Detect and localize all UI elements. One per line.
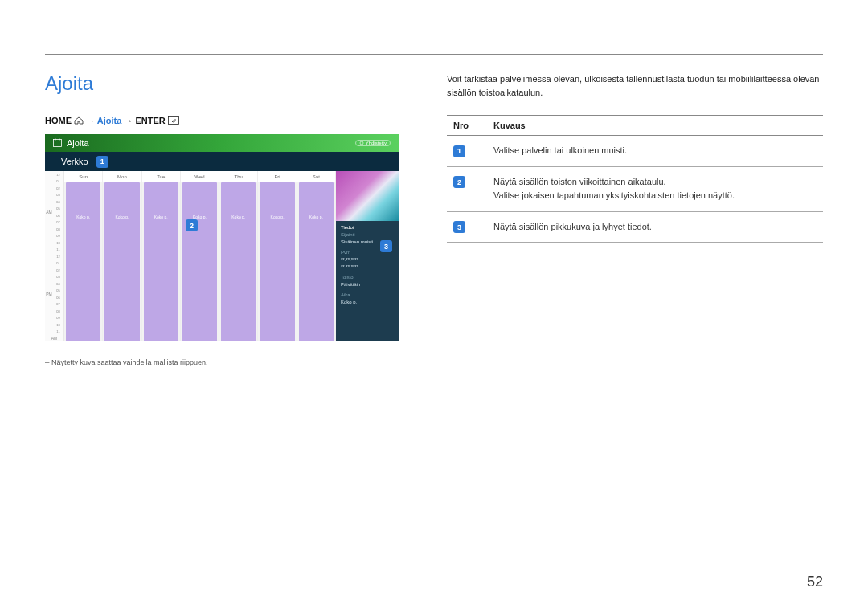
hr: 07 [53,301,63,309]
hr: 08 [53,226,63,233]
hr: 02 [53,267,63,274]
ui-screenshot: Ajoita Yhdistetty Verkko 1 AM 12 01 [45,134,399,341]
event: Koko p. [260,182,294,341]
day-head: Mon [103,171,141,182]
hr: 11 [53,329,63,336]
hr: 10 [53,321,63,329]
day-head: Tue [142,171,181,182]
breadcrumb-home: HOME [45,116,72,125]
day-col: Koko p. [258,182,297,341]
hr: 03 [53,274,63,281]
callout-2: 2 [186,219,198,231]
event: Koko p. [221,182,256,341]
breadcrumb: HOME → Ajoita → ENTER [45,116,399,126]
connected-label: Yhdistetty [366,141,387,145]
enter-icon [168,116,179,126]
row-num: 3 [453,221,465,233]
description-table: Nro Kuvaus 1 Valitse palvelin tai ulkoin… [447,115,823,243]
hr: 12 [53,171,63,178]
top-rule [45,54,823,55]
date-value-1: **.**.**** [341,256,394,264]
ss-grid: Koko p. Koko p. Koko p. Koko p. Koko p. … [64,182,336,341]
left-column: Ajoita HOME → Ajoita → ENTER Ajoita Yhdi… [45,72,399,366]
hr: 12 [53,253,63,260]
ss-detail-panel: Tiedot Sijainti Sisäinen muisti Pvm **.*… [336,171,399,341]
ss-info: Tiedot Sijainti Sisäinen muisti Pvm **.*… [336,221,399,309]
breadcrumb-enter: ENTER [135,116,165,125]
day-col: Koko p. [64,182,103,341]
hr: 10 [53,239,63,247]
hr: 09 [53,233,63,240]
day-col: Koko p. [103,182,141,341]
event: Koko p. [104,182,139,341]
ss-calendar: AM 12 01 02 03 04 05 06 07 08 09 [45,171,336,341]
day-head: Sat [297,171,336,182]
event: Koko p. [299,182,334,341]
th-nro: Nro [447,116,487,136]
connected-badge: Yhdistetty [355,140,391,146]
row-num: 1 [453,145,465,157]
ss-sub-label: Verkko [61,157,88,166]
footnote: ― Näytetty kuva saattaa vaihdella mallis… [45,358,399,366]
time-value: Koko p. [341,299,394,306]
hr: 02 [53,185,63,192]
svg-rect-0 [168,117,178,125]
table-row: 1 Valitse palvelin tai ulkoinen muisti. [447,136,823,167]
breadcrumb-current: Ajoita [97,116,122,125]
ss-time-column: AM 12 01 02 03 04 05 06 07 08 09 [45,171,64,341]
pm-label: PM [45,253,53,335]
event: Koko p. [66,182,100,341]
hr: 05 [53,206,63,213]
hr: 01 [53,178,63,186]
hr: 09 [53,315,63,322]
th-kuvaus: Kuvaus [487,116,823,136]
row-num: 2 [453,176,465,188]
day-head: Fri [258,171,297,182]
day-col: Koko p. [297,182,336,341]
table-row: 3 Näytä sisällön pikkukuva ja lyhyet tie… [447,211,823,243]
loc-label: Sijainti [341,232,355,237]
page-number: 52 [807,574,823,591]
day-col: Koko p. [142,182,181,341]
ss-header: Ajoita Yhdistetty [45,134,399,152]
table-row: 2 Näytä sisällön toiston viikoittainen a… [447,166,823,211]
ss-thumbnail [336,171,399,221]
callout-3: 3 [380,240,392,252]
date-label: Pvm [341,250,350,255]
right-column: Voit tarkistaa palvelimessa olevan, ulko… [447,72,823,243]
event: Koko p. [182,182,217,341]
date-value-2: **.**.**** [341,264,394,271]
page-title: Ajoita [45,72,399,95]
hr: 04 [53,280,63,288]
ss-days: Sun Mon Tue Wed Thu Fri Sat Koko p. Koko… [64,171,336,341]
day-col: Koko p. [219,182,258,341]
day-head: Thu [219,171,258,182]
svg-point-5 [360,141,363,145]
day-head: Sun [64,171,103,182]
row-desc: Näytä sisällön pikkukuva ja lyhyet tiedo… [487,211,823,243]
row-desc: Valitse palvelin tai ulkoinen muisti. [487,136,823,167]
ss-body: AM 12 01 02 03 04 05 06 07 08 09 [45,171,399,341]
calendar-icon [53,138,62,149]
footnote-text: Näytetty kuva saattaa vaihdella mallista… [51,358,208,366]
time-label: Aika [341,292,350,297]
event: Koko p. [144,182,178,341]
am-label-1: AM [45,171,53,253]
repeat-label: Toisto [341,275,354,280]
hr: 03 [53,192,63,199]
ss-title: Ajoita [67,138,89,148]
am-label-2: AM [45,335,63,341]
hr: 01 [53,260,63,268]
hr: 06 [53,212,63,219]
day-col: Koko p. [181,182,219,341]
home-icon [74,116,84,126]
callout-1: 1 [96,156,108,168]
repeat-value: Päivittäin [341,281,394,288]
hr: 04 [53,198,63,206]
hr: 11 [53,247,63,254]
hr: 06 [53,294,63,301]
ss-day-headers: Sun Mon Tue Wed Thu Fri Sat [64,171,336,182]
svg-rect-1 [54,139,62,146]
link-icon [359,141,364,145]
hr: 05 [53,288,63,295]
